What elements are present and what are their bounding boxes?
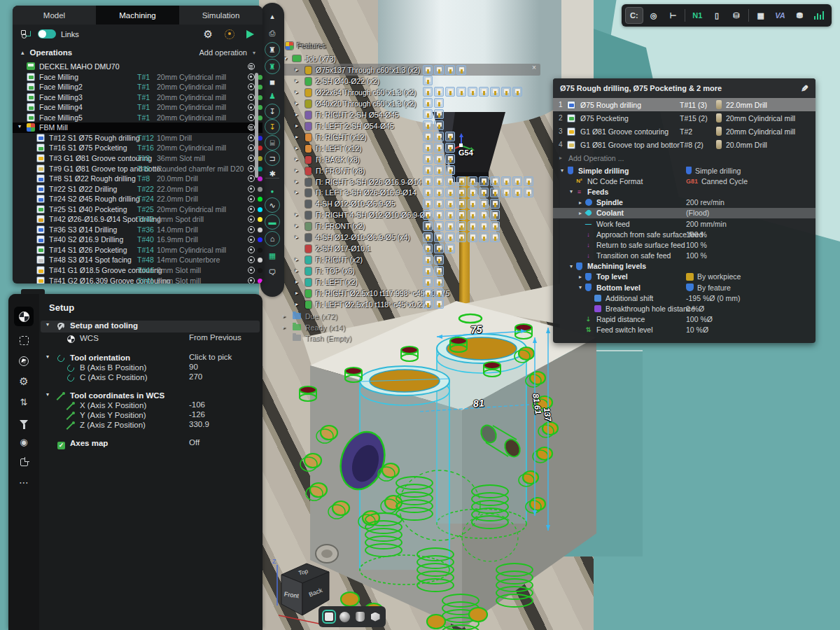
parameter-value[interactable]: Simple drilling <box>686 167 741 175</box>
shading-mode-button[interactable] <box>338 610 351 623</box>
collapse-operations-icon[interactable]: ▴ <box>21 49 24 56</box>
setup-row-value[interactable]: Click to pick <box>189 353 232 361</box>
operation-row[interactable]: T#25 S1 Ø40 PocketingT#2520mm Cylindrica… <box>13 204 262 215</box>
operations-scrollbar[interactable] <box>255 73 258 178</box>
parameter-row[interactable]: ▾Simple drillingSimple drilling <box>553 165 816 176</box>
operation-chip-icon[interactable] <box>434 199 444 209</box>
operation-chip-icon[interactable] <box>434 154 444 164</box>
visibility-icon[interactable] <box>248 165 255 172</box>
parameter-row[interactable]: ⇣Rapid distance100 %Ø <box>553 314 816 325</box>
operation-chip-icon[interactable] <box>434 266 444 276</box>
visibility-icon[interactable] <box>248 175 255 182</box>
visibility-icon[interactable] <box>248 277 255 284</box>
statistics-icon[interactable] <box>810 7 828 24</box>
operation-chip-icon[interactable] <box>423 221 433 231</box>
operation-chip-icon[interactable] <box>423 87 433 97</box>
caliper-icon[interactable]: ⊢ <box>664 7 682 24</box>
operation-chip-icon[interactable] <box>434 87 444 97</box>
probe-icon[interactable] <box>225 29 234 39</box>
operation-chip-icon[interactable] <box>423 109 433 119</box>
operation-chip-icon[interactable] <box>524 176 533 186</box>
operation-chip-icon[interactable] <box>423 143 433 153</box>
operation-row[interactable]: Face Milling4T#120mm Cylindrical mill <box>13 102 262 113</box>
setup-row[interactable]: WCSFrom Previous <box>41 333 260 345</box>
pad-icon[interactable]: ▬ <box>265 214 280 230</box>
operation-chip-icon[interactable] <box>434 65 444 75</box>
operation-chip-icon[interactable] <box>479 176 489 186</box>
setup-row[interactable]: ✓Axes mapOff <box>41 438 260 450</box>
tool-visibility-button[interactable] <box>354 610 366 623</box>
parameter-row[interactable]: ⇅Feed switch level10 %Ø <box>553 325 816 335</box>
chevron-right-icon[interactable]: ▸ <box>295 176 298 188</box>
operation-chip-icon[interactable] <box>423 188 433 197</box>
chevron-right-icon[interactable]: ▸ <box>295 132 298 143</box>
chevron-right-icon[interactable]: ▸ <box>295 232 298 243</box>
operation-chip-icon[interactable] <box>445 87 455 97</box>
operation-chip-icon[interactable] <box>423 288 433 298</box>
visibility-icon[interactable] <box>248 195 255 202</box>
chevron-right-icon[interactable]: ▸ <box>295 209 298 220</box>
setup-row[interactable]: C (Axis C Position)270 <box>41 372 260 384</box>
parameter-value[interactable]: 200 rev/min <box>686 198 724 206</box>
operation-chip-icon[interactable] <box>434 165 444 175</box>
operation-chip-icon[interactable] <box>423 232 433 242</box>
setup-row-value[interactable]: 330.9 <box>189 420 209 428</box>
toolpath-wave-icon[interactable]: ∿ <box>265 197 280 213</box>
operation-chip-icon[interactable] <box>468 210 477 220</box>
operation-chip-icon[interactable] <box>423 244 433 253</box>
workpiece-frame-icon[interactable]: ⊐ <box>265 150 280 166</box>
operation-chip-icon[interactable] <box>479 210 489 220</box>
chevron-right-icon[interactable]: ▸ <box>295 165 298 176</box>
operation-chip-icon[interactable] <box>479 221 489 231</box>
chevron-right-icon[interactable]: ▸ <box>577 210 584 216</box>
burr-icon[interactable]: ✱ <box>265 166 280 181</box>
setup-row-value[interactable]: -126 <box>189 410 205 419</box>
chevron-right-icon[interactable]: ▸ <box>295 276 298 288</box>
card-operation-row[interactable]: 2Ø75 PocketingT#15 (2)20mm Cylindrical m… <box>553 111 816 125</box>
card-operation-row[interactable]: 1Ø75 Rough drillingT#11 (3)22.0mm Drill <box>553 98 816 111</box>
operation-chip-icon[interactable] <box>490 199 500 209</box>
operation-chip-icon[interactable] <box>434 255 444 265</box>
operation-chip-icon[interactable] <box>423 255 433 265</box>
operation-chip-icon[interactable] <box>434 221 444 231</box>
parameter-value[interactable]: 0 %Ø <box>686 304 704 313</box>
visibility-icon[interactable] <box>248 267 255 274</box>
operation-chip-icon[interactable] <box>479 199 489 209</box>
chevron-right-icon[interactable]: ▸ <box>295 220 298 232</box>
operation-chip-icon[interactable] <box>456 87 466 97</box>
variables-icon[interactable]: VA <box>771 7 790 24</box>
operation-chip-icon[interactable] <box>490 87 500 97</box>
operation-chip-icon[interactable] <box>434 143 444 153</box>
operation-chip-icon[interactable] <box>456 176 466 186</box>
parameter-value[interactable]: G81Canned Cycle <box>686 177 748 186</box>
settings-gear-icon[interactable]: ⚙ <box>204 28 213 41</box>
row-menu-icon[interactable] <box>248 63 255 70</box>
setup-row-value[interactable]: 90 <box>189 363 198 371</box>
visibility-icon[interactable] <box>248 236 255 243</box>
drill-icon[interactable]: ↧ <box>265 104 280 119</box>
chevron-down-icon[interactable]: ▾ <box>18 123 21 130</box>
visibility-icon[interactable] <box>248 104 255 111</box>
operation-chip-icon[interactable] <box>468 232 477 242</box>
operation-chip-icon[interactable] <box>445 232 455 242</box>
operation-chip-icon[interactable] <box>445 165 455 175</box>
stock-icon[interactable]: ■ <box>265 74 280 90</box>
chevron-right-icon[interactable]: ▸ <box>295 143 298 154</box>
parameter-row[interactable]: ▸Spindle200 rev/min <box>553 197 816 208</box>
operation-chip-icon[interactable] <box>468 221 477 231</box>
parameter-row[interactable]: —Work feed200 mm/min <box>553 218 816 229</box>
chevron-down-icon[interactable]: ▾ <box>577 284 584 290</box>
chevron-right-icon[interactable]: ▸ <box>283 322 286 333</box>
power-icon[interactable]: ◉ <box>14 432 34 451</box>
parameter-value[interactable]: (Flood) <box>686 209 709 217</box>
fbm-mill-row[interactable]: ▾FBM Mill <box>13 122 262 133</box>
operation-chip-icon[interactable] <box>456 65 466 75</box>
tape-measure-icon[interactable]: ◎ <box>645 7 663 24</box>
operation-row[interactable]: T#9 G1 Ø81 Groove top and botto...T#9Rou… <box>13 164 262 174</box>
tool-library-icon[interactable]: ⛃ <box>790 7 808 24</box>
parameter-row[interactable]: ↓Transition on safe feed100 % <box>553 251 816 261</box>
operation-chip-icon[interactable] <box>512 87 522 97</box>
operation-chip-icon[interactable] <box>490 210 500 220</box>
operation-chip-icon[interactable] <box>524 188 533 197</box>
holder-outline-icon[interactable]: ♜ <box>265 42 280 57</box>
